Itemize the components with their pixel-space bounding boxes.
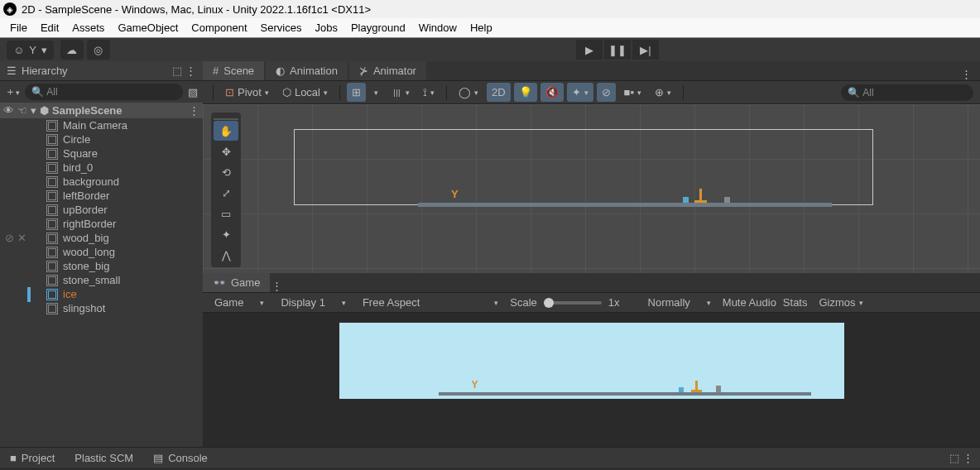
- focus-dropdown[interactable]: Normally▾: [643, 295, 716, 310]
- step-button[interactable]: ▶|: [632, 40, 659, 60]
- menu-playground[interactable]: Playground: [344, 19, 412, 36]
- cloud-button[interactable]: ☁: [60, 40, 84, 60]
- game-canvas[interactable]: Y: [339, 323, 844, 399]
- camera-toggle[interactable]: ■▪▾: [619, 83, 646, 102]
- menu-help[interactable]: Help: [464, 19, 499, 36]
- overlay-handle[interactable]: [214, 115, 238, 120]
- pause-button[interactable]: ❚❚: [604, 40, 631, 60]
- fx-toggle[interactable]: ✦▾: [567, 83, 593, 102]
- kebab-icon[interactable]: ⋮: [189, 104, 199, 117]
- tab-animator[interactable]: ⊁Animator: [349, 61, 426, 80]
- mute-audio-toggle[interactable]: Mute Audio: [723, 296, 776, 309]
- hierarchy-item-background[interactable]: background: [0, 175, 203, 189]
- hierarchy-item-stone-big[interactable]: stone_big: [0, 259, 203, 273]
- play-button[interactable]: ▶: [576, 40, 603, 60]
- tab-overflow[interactable]: ⋮: [271, 280, 282, 292]
- mode-2d-toggle[interactable]: 2D: [487, 83, 511, 102]
- scale-tool[interactable]: ⤢: [214, 183, 238, 203]
- custom-tool[interactable]: ⋀: [214, 245, 238, 265]
- audio-toggle[interactable]: 🔇: [540, 83, 564, 102]
- slider-knob[interactable]: [544, 298, 554, 308]
- menu-window[interactable]: Window: [412, 19, 464, 36]
- ruler-button[interactable]: ⟟▾: [418, 83, 440, 103]
- kebab-icon[interactable]: ⋮: [185, 65, 196, 77]
- scene-object[interactable]: [694, 200, 707, 203]
- tab-animation[interactable]: ◐Animation: [266, 61, 348, 80]
- hierarchy-item-bird-0[interactable]: bird_0: [0, 161, 203, 175]
- hierarchy-item-upborder[interactable]: upBorder: [0, 203, 203, 217]
- move-tool[interactable]: ✥: [214, 141, 238, 161]
- scene-search[interactable]: 🔍 All: [841, 84, 973, 101]
- hidden-icon[interactable]: ⊘: [5, 232, 14, 244]
- menu-assets[interactable]: Assets: [65, 19, 111, 36]
- rotate-tool[interactable]: ⟲: [214, 162, 238, 182]
- hierarchy-item-slingshot[interactable]: slingshot: [0, 301, 203, 315]
- hierarchy-item-ice[interactable]: ice: [0, 287, 203, 301]
- gizmos-dropdown[interactable]: Gizmos▾: [814, 295, 867, 310]
- pivot-toggle[interactable]: ⊡Pivot ▾: [220, 83, 274, 102]
- hierarchy-item-square[interactable]: Square: [0, 146, 203, 161]
- lock-icon[interactable]: ⬚: [172, 65, 182, 77]
- account-button[interactable]: ☺ Y ▾: [7, 41, 54, 60]
- tab-game[interactable]: 👓Game: [203, 273, 270, 292]
- filter-icon[interactable]: ▧: [188, 86, 198, 98]
- local-toggle[interactable]: ⬡Local ▾: [277, 83, 333, 102]
- lock-icon[interactable]: ⬚: [949, 452, 959, 464]
- add-button[interactable]: ＋▾: [5, 84, 20, 99]
- display-dropdown[interactable]: Display 1▾: [276, 295, 350, 310]
- gameobject-icon: [46, 204, 58, 216]
- transform-icon: ✦: [222, 228, 231, 241]
- gameobject-icon: [46, 162, 58, 174]
- hierarchy-item-main camera[interactable]: Main Camera: [0, 118, 203, 132]
- scene-root[interactable]: 👁 ☜ ▾ ⬢ SampleScene ⋮: [0, 103, 203, 118]
- hierarchy-item-stone-small[interactable]: stone_small: [0, 273, 203, 287]
- tab-scene[interactable]: #Scene: [203, 61, 264, 80]
- snap-dropdown[interactable]: ▾: [369, 85, 383, 100]
- tab-project[interactable]: ■Project: [7, 449, 58, 467]
- scene-object[interactable]: [699, 189, 702, 200]
- ground-object[interactable]: [418, 203, 832, 207]
- hierarchy-item-wood-long[interactable]: wood_long: [0, 245, 203, 259]
- draw-mode[interactable]: ◯▾: [454, 83, 483, 102]
- hierarchy-item-leftborder[interactable]: leftBorder: [0, 189, 203, 203]
- tab-overflow[interactable]: ⋮: [953, 68, 980, 80]
- play-icon: ▶: [585, 44, 593, 56]
- aspect-dropdown[interactable]: Free Aspect▾: [358, 295, 503, 310]
- menu-services[interactable]: Services: [254, 19, 309, 36]
- game-mode-dropdown[interactable]: Game▾: [209, 295, 269, 310]
- hierarchy-item-label: stone_small: [63, 274, 120, 286]
- expand-icon[interactable]: ▾: [31, 104, 36, 117]
- scale-value: 1x: [608, 296, 620, 309]
- grid-snap-button[interactable]: ⊞: [347, 83, 366, 102]
- menu-edit[interactable]: Edit: [34, 19, 65, 36]
- unity-hub-button[interactable]: ◎: [87, 40, 110, 60]
- hidden-toggle[interactable]: ⊘: [597, 83, 616, 102]
- hierarchy-item-circle[interactable]: Circle: [0, 132, 203, 146]
- console-icon: ▤: [153, 452, 163, 464]
- pickable-icon[interactable]: ☜: [17, 104, 27, 117]
- hierarchy-search[interactable]: 🔍 All: [25, 84, 183, 100]
- hierarchy-item-wood-big[interactable]: wood_big: [0, 231, 203, 245]
- menu-component[interactable]: Component: [185, 19, 253, 36]
- rect-tool[interactable]: ▭: [214, 204, 238, 223]
- gizmo-toggle[interactable]: ⊕▾: [650, 83, 676, 102]
- lighting-toggle[interactable]: 💡: [514, 83, 537, 102]
- menu-file[interactable]: File: [3, 19, 34, 36]
- tab-console[interactable]: ▤Console: [150, 449, 211, 467]
- scene-view[interactable]: Y ✋ ✥ ⟲ ⤢ ▭ ✦ ⋀: [203, 104, 980, 273]
- stats-toggle[interactable]: Stats: [783, 296, 808, 309]
- scene-object-ice[interactable]: [683, 197, 689, 203]
- scale-slider[interactable]: [544, 301, 602, 305]
- visibility-icon[interactable]: 👁: [3, 104, 14, 117]
- menu-gameobject[interactable]: GameObject: [111, 19, 185, 36]
- search-icon: 🔍: [848, 87, 860, 98]
- hierarchy-item-rightborder[interactable]: rightBorder: [0, 217, 203, 231]
- menu-jobs[interactable]: Jobs: [308, 19, 343, 36]
- hand-tool[interactable]: ✋: [214, 121, 238, 141]
- pickable-off-icon[interactable]: ✕: [17, 232, 26, 244]
- tab-plastic-scm[interactable]: Plastic SCM: [71, 449, 137, 467]
- snap-increment[interactable]: ⫼▾: [387, 83, 415, 102]
- kebab-icon[interactable]: ⋮: [963, 452, 973, 464]
- transform-tool[interactable]: ✦: [214, 224, 238, 244]
- scene-object-stone[interactable]: [724, 197, 730, 203]
